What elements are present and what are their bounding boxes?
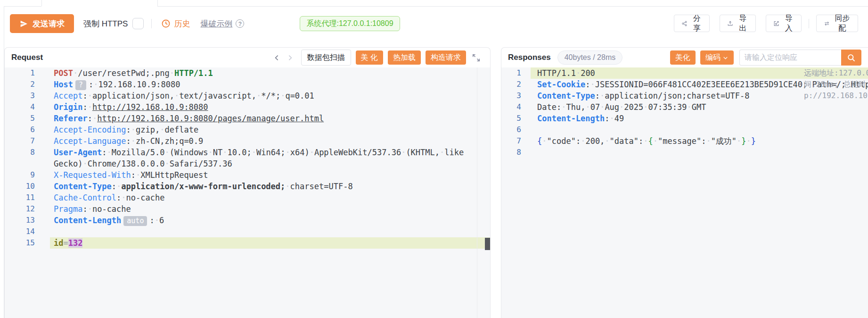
history-prev-button[interactable]: [272, 52, 282, 63]
force-https-checkbox[interactable]: [132, 18, 144, 29]
response-title: Responses: [508, 53, 551, 62]
import-button[interactable]: 导入: [766, 15, 802, 32]
share-icon: [681, 19, 688, 28]
line-number: 7: [5, 135, 50, 147]
line-number: 4: [501, 101, 531, 113]
construct-request-button[interactable]: 构造请求: [426, 50, 466, 65]
line-number: 5: [5, 113, 50, 124]
line-number: 3: [5, 90, 50, 101]
locate-response-input[interactable]: [739, 50, 841, 66]
import-icon: [773, 19, 779, 28]
send-request-label: 发送请求: [33, 18, 65, 29]
sync-config-label: 同步配: [834, 14, 851, 33]
hot-reload-button[interactable]: 热加载: [388, 50, 421, 65]
code-line[interactable]: 10Content-Type:·application/x-www-form-u…: [5, 181, 490, 192]
code-line[interactable]: 9X-Requested-With:·XMLHttpRequest: [5, 169, 490, 181]
import-label: 导入: [783, 14, 794, 33]
packet-scan-button[interactable]: 数据包扫描: [301, 50, 351, 66]
clock-icon: [161, 19, 171, 28]
code-content: [531, 124, 868, 135]
request-editor[interactable]: 1POST·/user/resetPwd;.png·HTTP/1.12Host?…: [5, 67, 490, 318]
question-circle-icon[interactable]: ?: [236, 19, 244, 28]
url-text: p://192.168.10.9:8: [804, 90, 868, 101]
beautify-request-button[interactable]: 美 化: [356, 50, 383, 65]
code-content: Accept-Encoding:·gzip,·deflate: [50, 124, 490, 135]
line-number: 3: [501, 90, 531, 101]
editor-ruler: [477, 67, 477, 318]
code-content: Accept-Language:·zh-CN,zh;q=0.9: [50, 135, 490, 147]
chevron-right-icon: [286, 54, 294, 62]
code-content: Cache-Control:·no-cache: [50, 192, 490, 203]
system-proxy-badge[interactable]: 系统代理:127.0.0.1:10809: [300, 16, 400, 31]
line-number: 13: [5, 215, 50, 226]
code-content: id=132: [50, 237, 490, 249]
line-number: 2: [501, 79, 531, 90]
sync-config-button[interactable]: 同步配: [816, 15, 858, 32]
code-line[interactable]: 8User-Agent:·Mozilla/5.0·(Windows·NT·10.…: [5, 147, 490, 158]
code-line[interactable]: 8: [501, 147, 868, 158]
code-line[interactable]: 4Origin:·http://192.168.10.9:8080: [5, 101, 490, 113]
sync-icon: [824, 19, 830, 28]
history-button[interactable]: 历史: [161, 18, 190, 29]
line-number: 1: [5, 67, 50, 79]
response-stats-badge: 40bytes / 28ms: [557, 50, 623, 65]
chevron-down-icon: [722, 55, 729, 61]
chevron-left-icon: [273, 54, 281, 62]
expand-icon: [472, 53, 481, 62]
code-line[interactable]: 6: [501, 124, 868, 135]
code-line[interactable]: Gecko)·Chrome/138.0.0.0·Safari/537.36: [5, 158, 490, 169]
export-button[interactable]: 导出: [720, 15, 755, 32]
code-line[interactable]: 7{·"code":·200,·"data":·{·"message":·"成功…: [501, 135, 868, 147]
code-line[interactable]: 1POST·/user/resetPwd;.png·HTTP/1.1: [5, 67, 490, 79]
line-number: 6: [5, 124, 50, 135]
code-content: Accept:·application/json,·text/javascrip…: [50, 90, 490, 101]
code-line[interactable]: 6Accept-Encoding:·gzip,·deflate: [5, 124, 490, 135]
line-number: 14: [5, 226, 50, 237]
blast-example-link[interactable]: 爆破示例: [200, 18, 232, 29]
share-label: 分享: [691, 14, 702, 33]
code-content: [531, 147, 868, 158]
toolbar: 发送请求 强制 HTTPS 历史 爆破示例 ? 系统代理:127.0.0.1:1…: [4, 14, 868, 33]
send-request-button[interactable]: 发送请求: [10, 14, 74, 33]
response-editor[interactable]: 1HTTP/1.1·2002Set-Cookie:·JSESSIONID=066…: [501, 67, 868, 318]
code-content: Date:·Thu,·07·Aug·2025·07:35:39·GMT: [531, 101, 868, 113]
code-content: Gecko)·Chrome/138.0.0.0·Safari/537.36: [50, 158, 490, 169]
line-number: [5, 158, 50, 169]
code-line[interactable]: 4Date:·Thu,·07·Aug·2025·07:35:39·GMT: [501, 101, 868, 113]
request-panel-header: Request 数据包扫描 美 化 热加载 构造请求: [5, 48, 490, 67]
overview-ruler-marker[interactable]: [485, 238, 490, 250]
response-panel: Responses 40bytes / 28ms 美化 编码 1HTTP/1.1…: [501, 47, 868, 318]
code-content: Pragma:·no-cache: [50, 203, 490, 215]
code-line[interactable]: 11Cache-Control:·no-cache: [5, 192, 490, 203]
code-content: User-Agent:·Mozilla/5.0·(Windows·NT·10.0…: [50, 147, 490, 158]
line-number: 6: [501, 124, 531, 135]
request-panel: Request 数据包扫描 美 化 热加载 构造请求 1POST·/user/r…: [4, 47, 491, 318]
response-info-overlay: 远端地址:127.0.0.1 间:28ms; 总耗时:3 p://192.168…: [804, 67, 868, 101]
code-content: Content-Length:·49: [531, 113, 868, 124]
search-button[interactable]: [841, 50, 861, 66]
code-line[interactable]: 14: [5, 226, 490, 237]
export-icon: [727, 19, 733, 28]
beautify-response-button[interactable]: 美化: [670, 50, 696, 65]
code-line[interactable]: 2Host?:·192.168.10.9:8080: [5, 79, 490, 90]
history-next-button[interactable]: [285, 52, 295, 63]
code-line[interactable]: 13Content-Lengthauto:·6: [5, 215, 490, 226]
line-number: 10: [5, 181, 50, 192]
code-content: {·"code":·200,·"data":·{·"message":·"成功"…: [531, 135, 868, 147]
code-line[interactable]: 5Content-Length:·49: [501, 113, 868, 124]
encode-dropdown-button[interactable]: 编码: [700, 50, 734, 65]
code-line[interactable]: 3Accept:·application/json,·text/javascri…: [5, 90, 490, 101]
history-label: 历史: [174, 18, 190, 29]
code-content: [50, 226, 490, 237]
expand-button[interactable]: [472, 53, 481, 62]
code-line[interactable]: 7Accept-Language:·zh-CN,zh;q=0.9: [5, 135, 490, 147]
top-border-left: [4, 6, 41, 7]
code-line[interactable]: 5Referer:·http://192.168.10.9:8080/pages…: [5, 113, 490, 124]
code-line[interactable]: 12Pragma:·no-cache: [5, 203, 490, 215]
share-button[interactable]: 分享: [674, 15, 710, 32]
line-number: 9: [5, 169, 50, 181]
encode-label: 编码: [705, 53, 721, 63]
code-content: POST·/user/resetPwd;.png·HTTP/1.1: [50, 67, 490, 79]
code-content: Content-Lengthauto:·6: [50, 215, 490, 226]
code-line[interactable]: 15id=132: [5, 237, 490, 249]
